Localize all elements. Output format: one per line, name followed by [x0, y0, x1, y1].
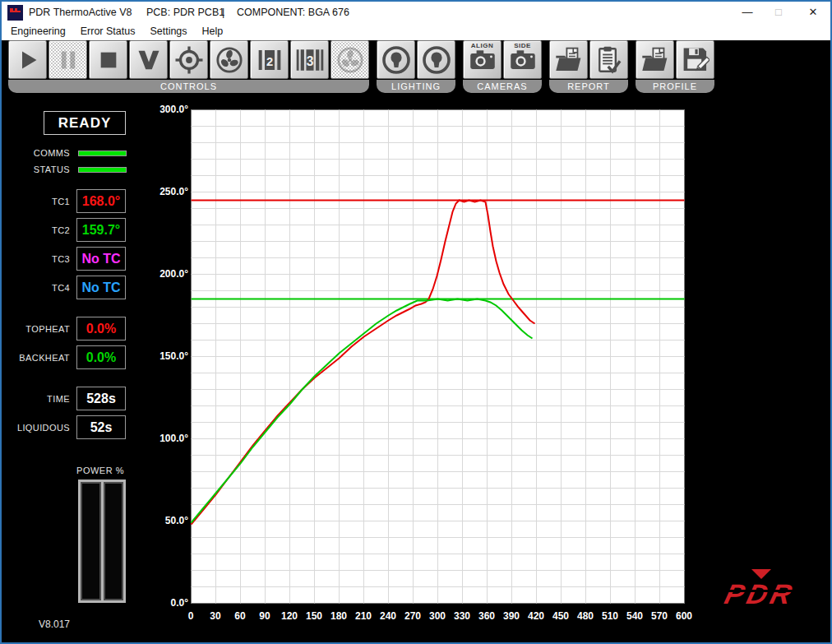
toolbar-group-label: CONTROLS [8, 80, 369, 93]
y-axis-tick-label: 150.0° [154, 350, 188, 363]
x-axis-tick-label: 90 [251, 610, 279, 623]
x-axis-tick-label: 420 [522, 610, 550, 623]
pdr-logo: PDR [720, 563, 827, 614]
backheat-value: 0.0% [76, 345, 126, 369]
toolbar-group-label: REPORT [549, 80, 628, 93]
menu-item-help[interactable]: Help [195, 23, 231, 40]
save-report-button[interactable] [589, 40, 628, 79]
bulb-icon [381, 45, 411, 75]
component-name: COMPONENT: BGA 676 [237, 2, 349, 23]
close-button[interactable]: ✕ [799, 2, 827, 23]
temperature-chart [191, 109, 685, 604]
x-axis-tick-label: 30 [201, 610, 229, 623]
comms-row: COMMS [2, 148, 127, 158]
x-axis-tick-label: 180 [325, 610, 353, 623]
align-camera-button[interactable]: ALIGN [463, 40, 502, 79]
laser-align-button[interactable] [169, 40, 208, 79]
status-label: STATUS [2, 164, 70, 174]
folder-doc-icon [555, 47, 583, 73]
clipboard-check-icon [596, 46, 622, 74]
backheat-row: BACKHEAT0.0% [2, 345, 126, 369]
svg-text:PDR: PDR [722, 578, 798, 609]
minimize-button[interactable]: — [733, 2, 761, 23]
open-report-button[interactable] [549, 40, 588, 79]
side-camera-button[interactable]: SIDE [503, 40, 542, 79]
app-title: PDR ThermoActive V8 [29, 2, 132, 23]
time-label: TIME [2, 394, 70, 404]
target-icon [174, 45, 204, 75]
zone2-icon: 2 [257, 47, 283, 73]
start-button[interactable] [8, 40, 47, 79]
y-axis-tick-label: 250.0° [154, 186, 188, 198]
x-axis-tick-label: 390 [497, 610, 525, 623]
power-meter [78, 480, 126, 603]
x-axis-tick-label: 480 [571, 610, 599, 623]
app-window: PDR ThermoActive V8 PCB: PDR PCB1 | COMP… [0, 0, 832, 644]
camera-icon [510, 49, 536, 71]
toolbar-group-controls: 23CONTROLS [8, 40, 369, 93]
open-profile-button[interactable] [636, 40, 674, 79]
zone3-icon: 3 [296, 46, 324, 74]
x-axis-tick-label: 360 [473, 610, 501, 623]
liquidous-value: 52s [76, 415, 126, 439]
status-row: STATUS [2, 164, 127, 174]
title-separator: | [222, 2, 224, 23]
stop-icon [97, 49, 120, 72]
zone-3-button[interactable]: 3 [290, 40, 329, 79]
toolbar-group-profile: PROFILE [636, 40, 714, 93]
svg-text:3: 3 [306, 54, 313, 68]
folder-doc-icon [641, 47, 669, 73]
v-arrow-icon [136, 48, 161, 72]
side-camera-label: SIDE [504, 42, 541, 49]
cooling-fan-button[interactable] [210, 40, 248, 79]
fan-icon [336, 46, 364, 74]
y-axis-tick-label: 100.0° [154, 433, 188, 445]
tc3-row: TC3No TC [2, 247, 126, 271]
fan-icon [215, 46, 243, 74]
stop-button[interactable] [89, 40, 127, 79]
toolbar-group-lighting: LIGHTING [377, 40, 455, 93]
status-indicator [78, 167, 127, 173]
save-profile-button[interactable] [676, 40, 714, 79]
y-axis-tick-label: 50.0° [154, 515, 188, 527]
head-down-button[interactable] [129, 40, 168, 79]
toolbar: 23CONTROLSLIGHTINGALIGNSIDECAMERASREPORT… [2, 40, 830, 96]
tc4-label: TC4 [2, 283, 70, 293]
comms-label: COMMS [2, 148, 70, 158]
x-axis-tick-label: 240 [374, 610, 402, 623]
pause-icon [57, 49, 80, 72]
toolbar-group-cameras: ALIGNSIDECAMERAS [463, 40, 542, 93]
x-axis-tick-label: 450 [547, 610, 575, 623]
y-axis-tick-label: 200.0° [154, 268, 188, 280]
comms-indicator [78, 151, 127, 156]
power-meter-label: POWER % [63, 466, 137, 475]
light-bottom-button[interactable] [417, 40, 455, 79]
menu-item-error-status[interactable]: Error Status [73, 23, 143, 40]
tc3-value: No TC [76, 247, 126, 271]
backheat-power-bar [104, 482, 124, 600]
tc1-value: 168.0° [76, 189, 126, 213]
tc2-row: TC2159.7° [2, 218, 126, 242]
x-axis-tick-label: 270 [399, 610, 427, 623]
machine-status-display: READY [44, 111, 126, 135]
backheat-label: BACKHEAT [2, 353, 70, 363]
x-axis-tick-label: 540 [621, 610, 649, 623]
align-camera-label: ALIGN [464, 42, 501, 49]
maximize-button: □ [765, 2, 793, 23]
tc4-value: No TC [76, 276, 126, 299]
tc2-label: TC2 [2, 225, 70, 235]
liquidous-label: LIQUIDOUS [2, 423, 70, 433]
topheat-value: 0.0% [76, 317, 126, 341]
light-top-button[interactable] [377, 40, 415, 79]
x-axis-tick-label: 300 [423, 610, 451, 623]
menu-bar: EngineeringError StatusSettingsHelp [2, 23, 830, 40]
tc3-label: TC3 [2, 254, 70, 264]
menu-item-settings[interactable]: Settings [142, 23, 194, 40]
tc4-row: TC4No TC [2, 276, 126, 299]
cooling-fan-2-button [330, 40, 369, 79]
x-axis-tick-label: 330 [448, 610, 476, 623]
temperature-chart-region: 300.0°250.0°200.0°150.0°100.0°50.0°0.0°0… [154, 96, 830, 642]
toolbar-group-label: LIGHTING [377, 80, 455, 93]
menu-item-engineering[interactable]: Engineering [3, 23, 73, 40]
zone-2-button[interactable]: 2 [250, 40, 289, 79]
